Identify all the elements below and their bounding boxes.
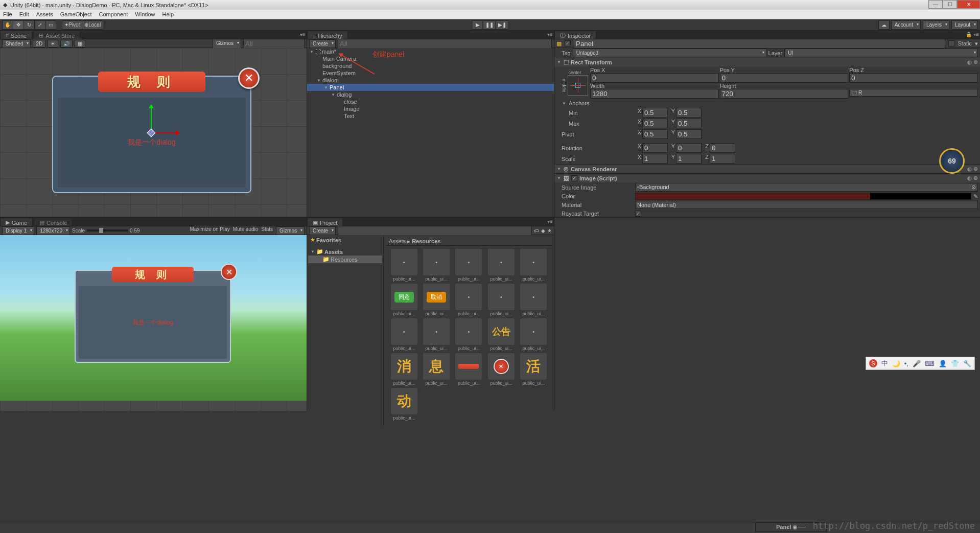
height-input[interactable]	[720, 89, 849, 99]
project-search-input[interactable]	[338, 226, 532, 236]
tab-asset-store[interactable]: ⊞Asset Store	[33, 31, 80, 39]
asset-item[interactable]: •public_ui...	[519, 249, 549, 282]
search-type-icon[interactable]: ◆	[541, 228, 545, 234]
move-tool-button[interactable]: ✥	[13, 20, 24, 30]
raycast-checkbox[interactable]: ✓	[635, 211, 641, 217]
eyedropper-icon[interactable]: ✎	[973, 193, 978, 200]
panel-menu-icon[interactable]: ▾≡	[300, 32, 306, 37]
foldout-icon[interactable]: ▼	[556, 176, 562, 180]
menu-component[interactable]: Component	[99, 11, 128, 17]
project-create-dropdown[interactable]: Create	[309, 226, 336, 235]
width-input[interactable]	[590, 89, 719, 99]
layout-dropdown[interactable]: Layout	[951, 20, 978, 30]
project-assets-grid[interactable]: Assets ▸ Resources •public_ui...•public_…	[384, 235, 554, 426]
asset-item[interactable]: 公告public_ui...	[486, 318, 516, 351]
asset-item[interactable]: ✕public_ui...	[486, 353, 516, 386]
hierarchy-item[interactable]: ▼⛶main*	[307, 48, 554, 55]
pivot-y[interactable]	[676, 129, 702, 139]
active-checkbox[interactable]: ✓	[565, 40, 571, 47]
project-breadcrumb[interactable]: Assets ▸ Resources	[386, 237, 552, 246]
asset-item[interactable]: •public_ui...	[519, 284, 549, 316]
menu-file[interactable]: File	[3, 11, 12, 17]
maximize-toggle[interactable]: Maximize on Play	[190, 226, 229, 235]
hand-tool-button[interactable]: ✋	[2, 20, 13, 30]
fx-toggle[interactable]: ▦	[75, 40, 85, 48]
image-enabled-checkbox[interactable]: ✓	[571, 175, 577, 181]
stats-toggle[interactable]: Stats	[261, 226, 273, 235]
pivot-toggle[interactable]: ✦ Pivot	[62, 20, 82, 30]
pivot-x[interactable]	[642, 129, 668, 139]
scale-y[interactable]	[676, 154, 702, 164]
menu-assets[interactable]: Assets	[36, 11, 53, 17]
tab-project[interactable]: ▣Project	[307, 218, 343, 226]
posx-input[interactable]	[590, 73, 719, 83]
static-checkbox[interactable]	[948, 40, 954, 47]
asset-item[interactable]: 息public_ui...	[421, 353, 451, 386]
asset-item[interactable]: 活public_ui...	[519, 353, 549, 386]
account-dropdown[interactable]: Account	[891, 20, 921, 30]
gizmos-dropdown[interactable]: Gizmos	[213, 39, 241, 49]
display-dropdown[interactable]: Display 1	[2, 226, 34, 235]
hierarchy-item[interactable]: ▼dialog	[307, 77, 554, 84]
panel-menu-icon[interactable]: ▾≡	[547, 219, 553, 224]
layer-dropdown[interactable]: UI	[784, 49, 978, 57]
asset-item[interactable]: •public_ui...	[454, 249, 484, 282]
game-gizmos-dropdown[interactable]: Gizmos	[276, 226, 305, 235]
scale-tool-button[interactable]: ⤢	[34, 20, 45, 30]
component-gear-icon[interactable]: ◐ ⚙	[967, 59, 978, 65]
minimize-button[interactable]: —	[928, 0, 943, 9]
asset-item[interactable]: public_ui...	[454, 353, 484, 386]
anchor-max-x[interactable]	[642, 119, 668, 128]
ime-toolbar[interactable]: S 中🌙•,🎤⌨👤👕🔧	[866, 357, 975, 370]
asset-item[interactable]: •public_ui...	[486, 284, 516, 316]
2d-toggle[interactable]: 2D	[33, 40, 45, 48]
search-filter-icon[interactable]: 🏷	[534, 228, 539, 234]
rotate-tool-button[interactable]: ↻	[24, 20, 35, 30]
asset-item[interactable]: •public_ui...	[454, 284, 484, 316]
asset-item[interactable]: •public_ui...	[421, 249, 451, 282]
layers-dropdown[interactable]: Layers	[923, 20, 949, 30]
hierarchy-item[interactable]: close	[307, 98, 554, 105]
blueprint-button[interactable]: ⬚ R	[849, 89, 978, 97]
hierarchy-item[interactable]: ▼Panel	[307, 84, 554, 91]
asset-item[interactable]: •public_ui...	[421, 318, 451, 351]
tab-game[interactable]: ▶Game	[0, 218, 33, 226]
hierarchy-item[interactable]: ▼dialog	[307, 91, 554, 98]
color-field[interactable]	[635, 193, 971, 200]
tab-hierarchy[interactable]: ≡Hierarchy	[307, 31, 348, 39]
hierarchy-item[interactable]: Image	[307, 105, 554, 112]
hierarchy-item[interactable]: Text	[307, 112, 554, 120]
posy-input[interactable]	[720, 73, 849, 83]
component-gear-icon[interactable]: ◐ ⚙	[967, 175, 978, 181]
anchor-min-x[interactable]	[642, 108, 668, 118]
component-gear-icon[interactable]: ◐ ⚙	[967, 166, 978, 172]
asset-item[interactable]: 取消public_ui...	[421, 284, 451, 316]
rot-z[interactable]	[710, 143, 735, 153]
static-dropdown-icon[interactable]: ▾	[975, 40, 978, 47]
foldout-icon[interactable]: ▼	[562, 101, 567, 106]
scale-slider[interactable]	[87, 229, 128, 231]
gameobject-name-input[interactable]	[574, 39, 945, 49]
rect-tool-button[interactable]: ▭	[45, 20, 56, 30]
hierarchy-search-input[interactable]	[338, 39, 552, 49]
project-tree[interactable]: ★ Favorites ▼📁 Assets 📁 Resources	[307, 235, 384, 426]
anchor-preset-button[interactable]	[568, 75, 588, 96]
panel-menu-icon[interactable]: 🔒 ▾≡	[966, 32, 979, 37]
asset-item[interactable]: •public_ui...	[519, 318, 549, 351]
play-button[interactable]: ▶	[472, 20, 483, 30]
step-button[interactable]: ▶❚	[496, 20, 509, 30]
asset-item[interactable]: •public_ui...	[454, 318, 484, 351]
game-view[interactable]: 规 则 我是一个dialog ✕	[0, 235, 307, 401]
hierarchy-create-dropdown[interactable]: Create	[309, 39, 336, 48]
menu-window[interactable]: Window	[135, 11, 155, 17]
scale-z[interactable]	[710, 154, 735, 164]
pause-button[interactable]: ❚❚	[483, 20, 496, 30]
tab-scene[interactable]: ⌗Scene	[0, 31, 32, 39]
scale-x[interactable]	[642, 154, 668, 164]
panel-menu-icon[interactable]: ▾≡	[547, 32, 553, 37]
rot-x[interactable]	[642, 143, 668, 153]
asset-item[interactable]: •public_ui...	[486, 249, 516, 282]
asset-item[interactable]: •public_ui...	[389, 249, 419, 282]
anchor-max-y[interactable]	[676, 119, 702, 128]
shaded-dropdown[interactable]: Shaded	[2, 39, 31, 48]
